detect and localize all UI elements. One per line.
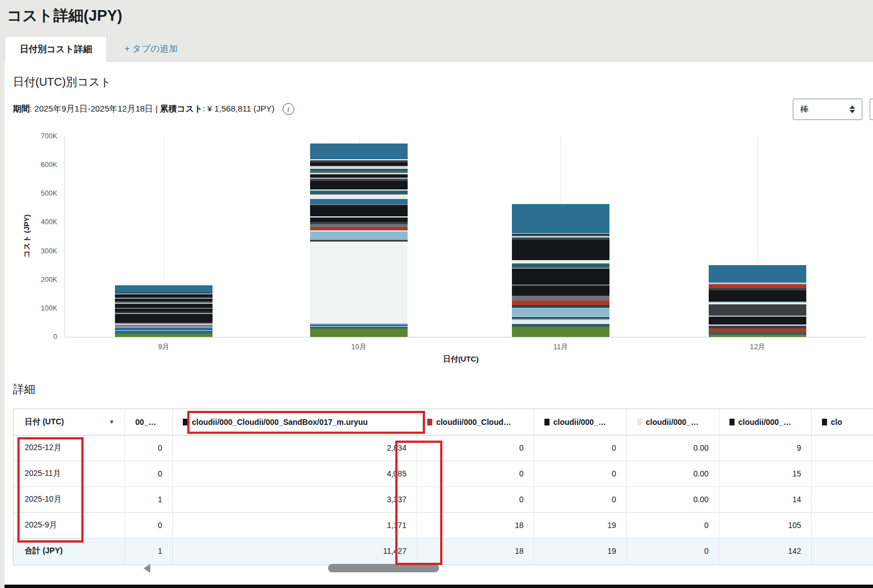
row-value-cell: 1,171: [173, 512, 417, 538]
legend-chip-icon: [729, 419, 735, 425]
row-value-cell: 11,427: [173, 538, 417, 564]
row-value-cell: 0: [125, 461, 173, 487]
y-tick-label: 400K: [41, 218, 64, 226]
bar-10月[interactable]: [310, 143, 408, 337]
bar-segment[interactable]: [310, 181, 408, 189]
cumulative-label: 累積コスト: [160, 104, 202, 113]
bar-segment[interactable]: [512, 320, 609, 324]
sort-dropdown-icon[interactable]: ▼: [109, 419, 114, 425]
bar-segment[interactable]: [512, 296, 609, 300]
y-tick-label: 700K: [41, 132, 64, 140]
bar-segment[interactable]: [709, 284, 806, 288]
bar-segment[interactable]: [310, 217, 408, 222]
row-value-cell: [811, 487, 873, 512]
bar-segment[interactable]: [310, 205, 408, 216]
y-tick-label: 100K: [41, 304, 64, 312]
bar-segment[interactable]: [115, 334, 213, 337]
table-total-row: 合計 (JPY)111,42718190142: [13, 538, 873, 564]
bar-segment[interactable]: [310, 328, 408, 337]
column-header-5[interactable]: cloudii/000_…: [626, 409, 719, 435]
detail-section-title: 詳細: [13, 382, 35, 397]
bar-segment[interactable]: [709, 304, 806, 316]
column-header-label: cloudii/000_…: [646, 418, 699, 427]
row-date-cell: 2025-10月: [13, 487, 125, 512]
y-axis-title: コスト (JPY): [22, 215, 32, 258]
chart-meta-line: 期間: 2025年9月1日-2025年12月18日 | 累積コスト: ¥ 1,5…: [13, 103, 294, 115]
chart-type-select[interactable]: 棒: [793, 99, 862, 120]
bar-segment[interactable]: [310, 174, 408, 178]
bar-segment[interactable]: [512, 308, 609, 316]
y-tick-label: 500K: [41, 189, 64, 197]
row-value-cell: [811, 512, 873, 538]
period-value: : 2025年9月1日-2025年12月18日 |: [30, 104, 160, 113]
row-value-cell: 0: [417, 487, 534, 512]
add-tab-button[interactable]: + タブの追加: [119, 36, 183, 62]
bar-segment[interactable]: [115, 304, 213, 308]
bar-segment[interactable]: [310, 232, 408, 239]
row-date-cell: 2025-11月: [13, 461, 125, 487]
tab-date-cost-detail[interactable]: 日付別コスト詳細: [4, 36, 107, 62]
column-header-4[interactable]: cloudii/000_…: [534, 409, 626, 435]
row-value-cell: 1: [125, 487, 173, 512]
bar-segment[interactable]: [310, 195, 408, 199]
row-value-cell: 0: [626, 512, 719, 538]
row-value-cell: 0: [626, 538, 719, 564]
bar-segment[interactable]: [512, 240, 609, 260]
bar-segment[interactable]: [310, 199, 408, 204]
column-header-7[interactable]: clo: [811, 409, 873, 435]
bar-segment[interactable]: [709, 317, 806, 325]
bar-segment[interactable]: [310, 143, 408, 160]
row-date-cell: 2025-12月: [13, 435, 125, 461]
row-value-cell: 0: [534, 435, 626, 461]
row-value-cell: 18: [417, 538, 534, 564]
bar-segment[interactable]: [512, 268, 609, 284]
bar-11月[interactable]: [512, 204, 609, 337]
table-scroll-left-icon[interactable]: [144, 564, 150, 573]
bar-segment[interactable]: [310, 191, 408, 195]
bar-segment[interactable]: [709, 335, 806, 337]
bar-segment[interactable]: [115, 285, 213, 292]
column-header-0[interactable]: 日付 (UTC)▼: [13, 409, 125, 435]
row-value-cell: 19: [534, 512, 626, 538]
table-horizontal-scrollbar[interactable]: [328, 564, 439, 572]
column-header-label: cloudii/000_Cloud…: [436, 418, 511, 427]
bar-segment[interactable]: [709, 290, 806, 302]
row-value-cell: 18: [417, 512, 534, 538]
x-axis-title: 日付(UTC): [443, 354, 479, 364]
column-header-6[interactable]: cloudii/000_…: [719, 409, 811, 435]
table-row: 2025-11月04,085000.0015: [13, 461, 873, 487]
y-tick-label: 0: [53, 333, 64, 341]
row-value-cell: 14: [719, 487, 811, 512]
column-header-1[interactable]: 00_…: [125, 409, 173, 435]
y-axis-line: [64, 136, 65, 337]
bar-9月[interactable]: [115, 285, 213, 337]
y-tick-label: 600K: [41, 161, 64, 169]
row-value-cell: 105: [719, 512, 811, 538]
legend-chip-icon: [822, 419, 827, 425]
bar-segment[interactable]: [512, 263, 609, 268]
row-value-cell: 0: [125, 435, 173, 461]
x-tick-label: 9月: [158, 342, 169, 352]
bar-segment[interactable]: [512, 300, 609, 305]
row-value-cell: [811, 461, 873, 487]
column-header-2[interactable]: cloudii/000_Cloudii/000_SandBox/017_m.ur…: [173, 409, 417, 435]
x-tick-label: 11月: [553, 342, 569, 352]
table-row: 2025-9月01,17118190105: [13, 512, 873, 538]
table-row: 2025-12月02,834000.009: [13, 435, 873, 461]
bar-segment[interactable]: [310, 227, 408, 231]
table-row: 2025-10月13,337000.0014: [13, 487, 873, 512]
bar-segment[interactable]: [512, 204, 609, 233]
bar-segment[interactable]: [512, 285, 609, 295]
x-tick-label: 12月: [750, 342, 765, 352]
column-header-3[interactable]: cloudii/000_Cloud…: [417, 409, 534, 435]
bar-segment[interactable]: [310, 242, 408, 323]
bar-segment[interactable]: [709, 328, 806, 332]
info-icon[interactable]: i: [283, 103, 294, 115]
bar-segment[interactable]: [512, 327, 609, 337]
row-value-cell: 0.00: [626, 487, 719, 512]
bar-12月[interactable]: [709, 265, 806, 337]
bar-segment[interactable]: [709, 265, 806, 283]
row-value-cell: 0: [534, 461, 626, 487]
bar-segment[interactable]: [115, 314, 213, 319]
y-tick-label: 300K: [41, 247, 64, 255]
